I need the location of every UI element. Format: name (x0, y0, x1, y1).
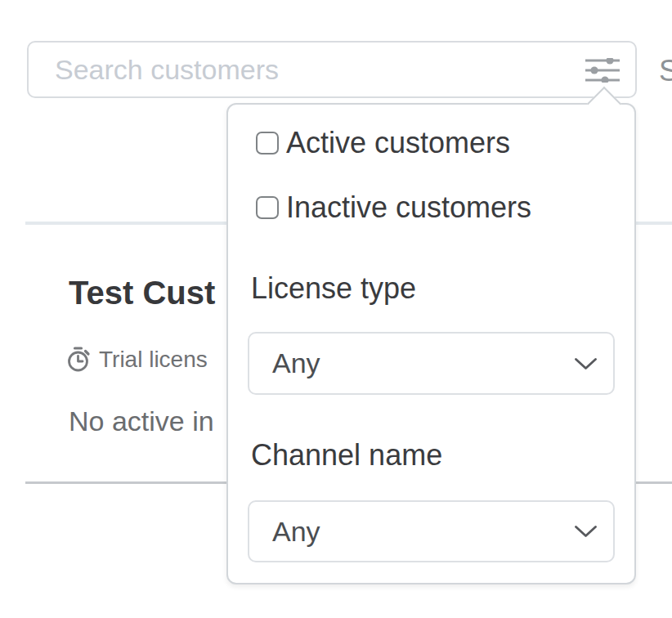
status-text: No active in (69, 405, 214, 437)
chevron-down-icon (575, 358, 597, 370)
search-input[interactable] (55, 43, 578, 96)
channel-name-label: Channel name (251, 438, 442, 472)
checkbox-row-inactive-customers[interactable]: Inactive customers (256, 190, 531, 225)
chevron-down-icon (575, 526, 597, 538)
clipped-right-label[interactable]: S (659, 54, 672, 88)
inactive-customers-checkbox[interactable] (256, 196, 279, 219)
customers-page: Test Cust Trial licens No active in (0, 0, 672, 618)
customer-name-heading: Test Cust (69, 275, 215, 311)
select-value: Any (272, 516, 320, 548)
select-value: Any (272, 347, 320, 379)
license-status-row: Trial licens (66, 346, 208, 373)
channel-name-select[interactable]: Any (248, 500, 615, 562)
checkbox-row-active-customers[interactable]: Active customers (256, 126, 510, 160)
checkbox-label: Inactive customers (286, 190, 531, 225)
search-box (27, 41, 637, 98)
license-type-label: License type (251, 271, 416, 306)
license-status-text: Trial licens (99, 347, 208, 373)
stopwatch-icon (66, 346, 92, 373)
checkbox-label: Active customers (286, 126, 510, 160)
filter-button[interactable] (585, 56, 622, 85)
filter-popover: Active customers Inactive customers Lice… (226, 103, 636, 584)
sliders-icon (585, 58, 621, 83)
active-customers-checkbox[interactable] (256, 132, 279, 154)
license-type-select[interactable]: Any (248, 332, 615, 395)
